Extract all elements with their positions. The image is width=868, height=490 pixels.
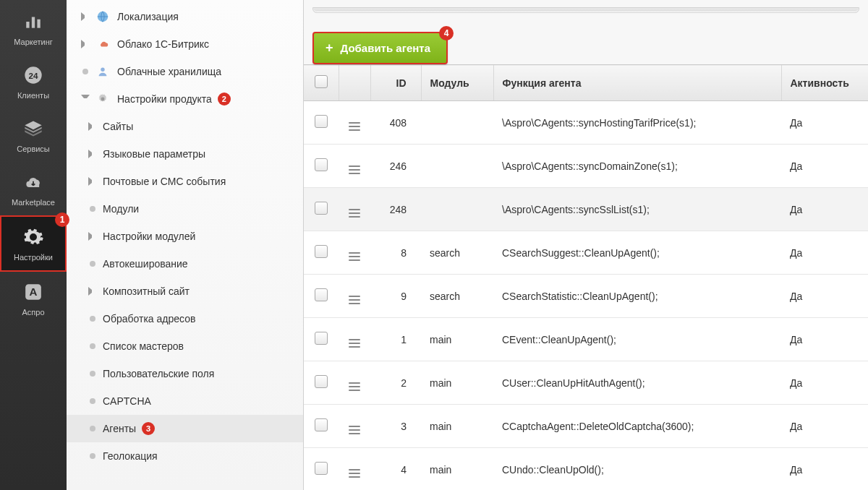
tree-item-label: CAPTCHA: [103, 395, 151, 407]
step-badge-1: 1: [55, 212, 69, 227]
table-row[interactable]: 9 search CSearchStatistic::CleanUpAgent(…: [304, 275, 868, 318]
tree-wizards[interactable]: Список мастеров: [67, 332, 303, 360]
step-badge-3: 3: [142, 422, 155, 435]
table-row[interactable]: 1 main CEvent::CleanUpAgent(); Да: [304, 318, 868, 361]
row-checkbox[interactable]: [315, 418, 328, 431]
cell-id: 2: [370, 361, 421, 405]
row-checkbox[interactable]: [315, 245, 328, 258]
row-actions-icon[interactable]: [349, 382, 360, 391]
left-rail: Маркетинг 24 Клиенты Сервисы Marketplace…: [0, 0, 67, 490]
step-badge-4: 4: [439, 26, 454, 40]
tree-captcha[interactable]: CAPTCHA: [67, 387, 303, 415]
col-func-header[interactable]: Функция агента: [493, 65, 781, 101]
col-active-header[interactable]: Активность: [781, 65, 868, 101]
row-actions-icon[interactable]: [349, 469, 360, 478]
table-row[interactable]: 408 \Aspro\CAgents::syncHostingTarifPric…: [304, 101, 868, 145]
row-checkbox[interactable]: [315, 462, 328, 475]
tree-item-label: Автокеширование: [103, 258, 188, 270]
gear-sm-icon: [95, 92, 110, 106]
rail-label: Клиенты: [17, 91, 49, 100]
tree-url[interactable]: Обработка адресов: [67, 305, 303, 332]
tree-geo[interactable]: Геолокация: [67, 442, 303, 470]
cell-function: \Aspro\CAgents::syncDomainZone(s1);: [493, 145, 781, 188]
tree-userfields[interactable]: Пользовательские поля: [67, 360, 303, 387]
tree-item-label: Геолокация: [103, 450, 158, 462]
row-checkbox[interactable]: [315, 332, 328, 345]
cell-active: Да: [781, 101, 868, 145]
row-actions-icon[interactable]: [349, 122, 360, 131]
cell-id: 246: [370, 145, 421, 188]
cell-function: \Aspro\CAgents::syncSslList(s1);: [493, 188, 781, 231]
rail-label: Маркетинг: [14, 38, 52, 46]
table-row[interactable]: 8 search CSearchSuggest::CleanUpAgent();…: [304, 231, 868, 275]
tree-item-label: Настройки модулей: [103, 231, 195, 242]
tree-item-label: Композитный сайт: [103, 285, 190, 297]
tree-modules[interactable]: Модули: [67, 195, 303, 223]
chevron-right-icon: [81, 12, 90, 21]
rail-services[interactable]: Сервисы: [0, 108, 67, 162]
cell-id: 8: [370, 231, 421, 275]
cell-id: 248: [370, 188, 421, 231]
cell-active: Да: [781, 275, 868, 318]
svg-rect-2: [37, 20, 40, 28]
row-actions-icon[interactable]: [349, 339, 360, 348]
tree-item-label: Сайты: [103, 121, 133, 132]
table-row[interactable]: 3 main CCaptchaAgent::DeleteOldCaptcha(3…: [304, 405, 868, 448]
table-row[interactable]: 4 main CUndo::CleanUpOld(); Да: [304, 448, 868, 491]
rail-aspro[interactable]: А Аспро: [0, 272, 67, 325]
rail-marketplace[interactable]: Marketplace: [0, 162, 67, 215]
table-row[interactable]: 2 main CUser::CleanUpHitAuthAgent(); Да: [304, 361, 868, 405]
tree-mail-sms[interactable]: Почтовые и СМС события: [67, 168, 303, 195]
row-checkbox[interactable]: [315, 375, 328, 388]
chevron-right-icon: [88, 177, 97, 186]
row-actions-icon[interactable]: [349, 252, 360, 261]
svg-text:24: 24: [29, 71, 38, 80]
row-checkbox[interactable]: [315, 288, 328, 301]
chevron-down-icon: [81, 95, 90, 103]
tree-item-label: Список мастеров: [103, 340, 184, 352]
row-actions-icon[interactable]: [349, 166, 360, 174]
bullet-icon: [90, 261, 95, 267]
cell-module: main: [421, 361, 493, 405]
tree-sites[interactable]: Сайты: [67, 113, 303, 140]
table-row[interactable]: 248 \Aspro\CAgents::syncSslList(s1); Да: [304, 188, 868, 231]
tree-composite[interactable]: Композитный сайт: [67, 278, 303, 305]
row-actions-icon[interactable]: [349, 426, 360, 434]
col-module-header[interactable]: Модуль: [421, 65, 493, 101]
cell-module: search: [421, 231, 493, 275]
tree-module-settings[interactable]: Настройки модулей: [67, 223, 303, 250]
tree-cloud-storage[interactable]: Облачные хранилища: [67, 58, 303, 85]
table-row[interactable]: 246 \Aspro\CAgents::syncDomainZone(s1); …: [304, 145, 868, 188]
tree-lang[interactable]: Языковые параметры: [67, 140, 303, 168]
cell-id: 1: [370, 318, 421, 361]
rail-clients[interactable]: 24 Клиенты: [0, 55, 67, 108]
bullet-icon: [90, 371, 95, 377]
gear-icon: [20, 224, 46, 250]
col-id-header[interactable]: ID: [370, 65, 421, 101]
tree-item-label: Агенты: [103, 423, 136, 434]
tree-bitrix-cloud[interactable]: Облако 1С-Битрикс: [67, 30, 303, 58]
rail-label: Настройки: [14, 253, 53, 262]
rail-settings[interactable]: Настройки 1: [0, 215, 67, 272]
add-agent-button[interactable]: + Добавить агента: [312, 32, 448, 64]
tree-product-settings[interactable]: Настройки продукта2: [67, 85, 303, 113]
row-actions-icon[interactable]: [349, 296, 360, 304]
row-actions-icon[interactable]: [349, 209, 360, 218]
tree-item-label: Локализация: [117, 11, 179, 22]
row-checkbox[interactable]: [315, 202, 328, 215]
rail-marketing[interactable]: Маркетинг: [0, 1, 67, 55]
checkbox-all[interactable]: [315, 75, 328, 88]
tree-localization[interactable]: Локализация: [67, 3, 303, 30]
tree-agents[interactable]: Агенты3: [67, 415, 303, 442]
tree-item-label: Модули: [103, 203, 139, 215]
chevron-right-icon: [88, 122, 97, 131]
aspro-icon: А: [20, 279, 46, 305]
row-checkbox[interactable]: [315, 158, 328, 171]
clock24-icon: 24: [20, 62, 46, 88]
row-checkbox[interactable]: [315, 115, 328, 128]
chevron-right-icon: [88, 232, 97, 241]
tree-autocache[interactable]: Автокеширование: [67, 250, 303, 278]
add-agent-label: Добавить агента: [341, 42, 431, 54]
cell-active: Да: [781, 145, 868, 188]
cell-function: CCaptchaAgent::DeleteOldCaptcha(3600);: [493, 405, 781, 448]
